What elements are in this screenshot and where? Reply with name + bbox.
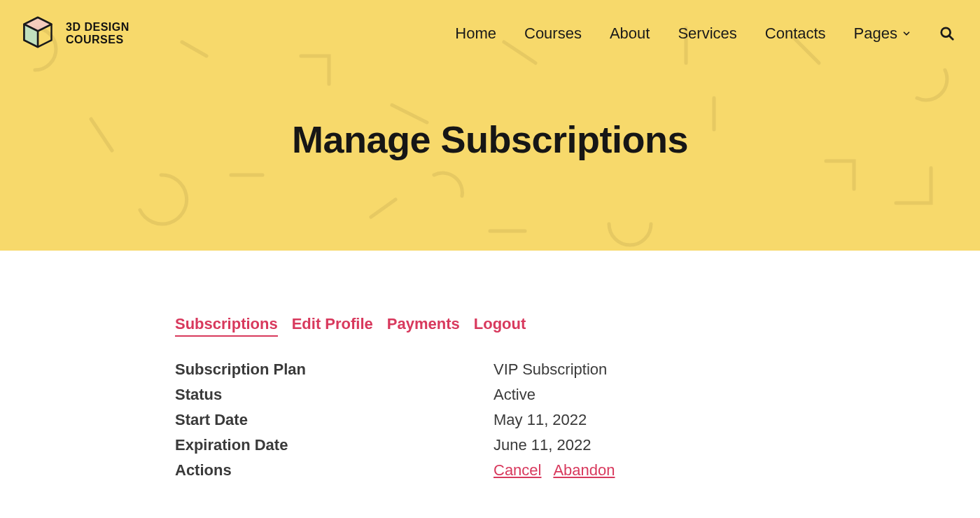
nav-pages[interactable]: Pages xyxy=(854,24,911,43)
abandon-link[interactable]: Abandon xyxy=(553,461,615,479)
chevron-down-icon xyxy=(902,29,911,38)
svg-line-5 xyxy=(949,36,953,40)
label-expire: Expiration Date xyxy=(175,436,493,454)
nav-about[interactable]: About xyxy=(610,24,650,43)
value-plan: VIP Subscription xyxy=(493,360,980,379)
logo[interactable]: 3D DESIGN COURSES xyxy=(20,14,130,53)
navbar: 3D DESIGN COURSES Home Courses About Ser… xyxy=(0,0,980,53)
tab-payments[interactable]: Payments xyxy=(387,315,460,337)
page-title-wrap: Manage Subscriptions xyxy=(0,53,980,251)
value-status: Active xyxy=(493,386,980,404)
value-actions: Cancel Abandon xyxy=(493,461,980,479)
logo-line1: 3D DESIGN xyxy=(66,21,130,34)
hero-banner: 3D DESIGN COURSES Home Courses About Ser… xyxy=(0,0,980,251)
nav-contacts[interactable]: Contacts xyxy=(765,24,826,43)
cube-icon xyxy=(20,14,56,53)
tab-logout[interactable]: Logout xyxy=(474,315,526,337)
label-status: Status xyxy=(175,386,493,404)
nav-courses[interactable]: Courses xyxy=(524,24,582,43)
tab-subscriptions[interactable]: Subscriptions xyxy=(175,315,278,337)
account-tabs: Subscriptions Edit Profile Payments Logo… xyxy=(175,315,980,337)
logo-text: 3D DESIGN COURSES xyxy=(66,21,130,47)
label-plan: Subscription Plan xyxy=(175,360,493,379)
page-title: Manage Subscriptions xyxy=(292,118,688,161)
search-icon[interactable] xyxy=(939,26,955,41)
content: Subscriptions Edit Profile Payments Logo… xyxy=(0,251,980,479)
nav-home[interactable]: Home xyxy=(455,24,496,43)
nav-services[interactable]: Services xyxy=(678,24,736,43)
nav-links: Home Courses About Services Contacts Pag… xyxy=(455,24,955,43)
cancel-link[interactable]: Cancel xyxy=(493,461,541,479)
subscription-table: Subscription Plan VIP Subscription Statu… xyxy=(175,360,980,479)
value-start: May 11, 2022 xyxy=(493,411,980,429)
label-actions: Actions xyxy=(175,461,493,479)
tab-edit-profile[interactable]: Edit Profile xyxy=(292,315,373,337)
label-start: Start Date xyxy=(175,411,493,429)
value-expire: June 11, 2022 xyxy=(493,436,980,454)
logo-line2: COURSES xyxy=(66,34,130,46)
nav-pages-label: Pages xyxy=(854,24,897,43)
